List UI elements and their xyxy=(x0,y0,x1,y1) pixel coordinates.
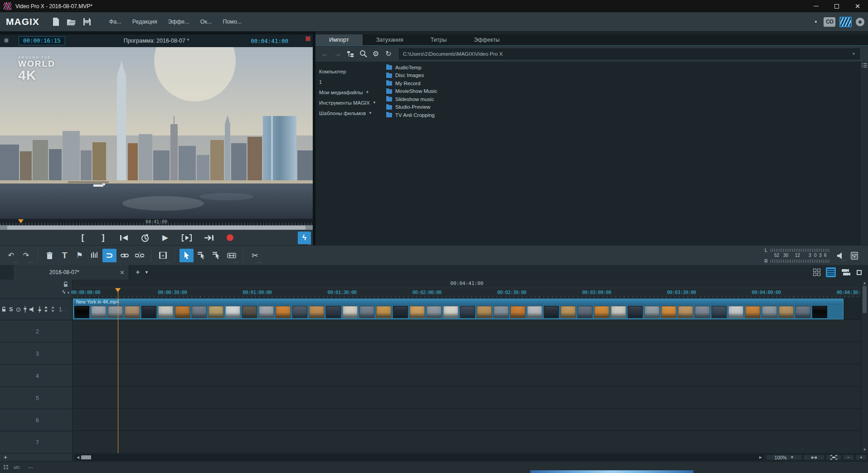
smart-render-button[interactable]: ϟ .. xyxy=(298,232,311,244)
track-lane-3[interactable] xyxy=(73,342,861,364)
timer-button[interactable] xyxy=(141,234,149,242)
solo-button[interactable]: S xyxy=(9,306,13,313)
mixer-button[interactable] xyxy=(851,252,858,260)
mark-out-button[interactable]: ] xyxy=(99,233,107,242)
timeline-horizontal-scrollbar[interactable]: ◀ ▶ xyxy=(75,454,764,460)
folder-row[interactable]: MovieShow Music xyxy=(384,87,860,96)
zoom-out-button[interactable]: − xyxy=(843,454,854,460)
zoom-level-button[interactable]: 100% ▼ xyxy=(766,454,802,460)
marker-button[interactable]: ⚑ xyxy=(73,249,87,262)
list-options-icon[interactable] xyxy=(862,63,867,68)
save-project-button[interactable] xyxy=(80,15,94,28)
mouse-mode-all-button[interactable] xyxy=(179,249,194,262)
track-lane-2[interactable] xyxy=(73,319,861,342)
menu-item-0[interactable]: Фа... xyxy=(105,17,126,27)
fullscreen-button[interactable] xyxy=(857,270,862,275)
record-button[interactable] xyxy=(226,234,234,241)
menu-item-3[interactable]: Ок... xyxy=(196,17,217,27)
tree-view-button[interactable] xyxy=(344,48,356,60)
mouse-mode-track-button[interactable] xyxy=(209,249,223,262)
folder-row[interactable]: Disc Images xyxy=(384,72,860,80)
track-lane-7[interactable] xyxy=(73,430,861,453)
storyboard-button[interactable] xyxy=(841,269,851,276)
curve-mode-icon[interactable] xyxy=(51,306,55,312)
timeline-view-button[interactable] xyxy=(826,267,836,277)
zoom-in-button[interactable]: + xyxy=(855,454,867,460)
scroll-down-icon[interactable]: ▼ xyxy=(861,448,868,452)
close-tab-icon[interactable]: ✕ xyxy=(120,269,125,276)
volume-button[interactable]: ... xyxy=(837,252,844,259)
menu-item-2[interactable]: Эффе... xyxy=(164,17,194,27)
folder-row[interactable]: AudioTemp xyxy=(384,63,860,72)
group-button[interactable] xyxy=(117,249,131,262)
preview-scrollbar[interactable] xyxy=(0,225,313,230)
nav-item-3[interactable]: Инструменты MAGIX▼ xyxy=(315,97,384,108)
range-play-button[interactable] xyxy=(182,234,192,241)
stretch-mode-button[interactable]: ... xyxy=(224,249,238,262)
track-header-2[interactable]: 2 xyxy=(0,320,72,342)
open-project-button[interactable] xyxy=(65,15,78,28)
scroll-right-icon[interactable]: ▶ xyxy=(758,455,763,460)
menu-item-1[interactable]: Редакция xyxy=(128,17,162,27)
folder-row[interactable]: TV Anti Cropping xyxy=(384,111,860,119)
timeline-playhead-line[interactable] xyxy=(118,288,118,453)
search-button[interactable] xyxy=(357,48,369,60)
jump-start-button[interactable] xyxy=(120,235,129,241)
scroll-left-icon[interactable]: ◀ xyxy=(75,455,81,460)
mark-in-button[interactable]: [ xyxy=(79,233,87,242)
play-button[interactable]: ▶ xyxy=(161,233,170,242)
track-lane-6[interactable] xyxy=(73,408,861,430)
insert-mode-button[interactable]: +... xyxy=(156,249,170,262)
refresh-button[interactable]: ↻ xyxy=(383,48,394,60)
jump-end-button[interactable] xyxy=(204,235,214,241)
tab-3[interactable]: Эффекты xyxy=(461,34,514,45)
path-input[interactable]: C:\Users\1\Documents\MAGIX\Video Pro X ▼ xyxy=(399,48,860,59)
track-header-6[interactable]: 6 xyxy=(0,409,72,431)
forward-button[interactable]: → xyxy=(332,48,344,60)
video-viewport[interactable]: AROUND THE WORLD 4K xyxy=(0,47,313,219)
track-lane-4[interactable] xyxy=(73,364,861,386)
nav-item-2[interactable]: Мои медиафайлы▼ xyxy=(315,87,384,97)
track-header-3[interactable]: 3 xyxy=(0,342,72,364)
video-clip[interactable]: New York in 4K.mp4 xyxy=(73,299,844,319)
split-button[interactable]: ✂... xyxy=(248,249,262,262)
mouse-mode-single-button[interactable] xyxy=(194,249,209,262)
tab-2[interactable]: Титры xyxy=(417,34,461,45)
tab-1[interactable]: Затухания xyxy=(363,34,417,45)
track-lock-icon[interactable] xyxy=(1,306,6,312)
timeline-playhead-handle[interactable] xyxy=(115,288,121,292)
ungroup-button[interactable] xyxy=(132,249,146,262)
add-movie-button[interactable]: + xyxy=(136,268,140,277)
timeline-vertical-scrollbar[interactable]: ▲ ▼ xyxy=(861,280,868,453)
options-button[interactable]: ⚙ xyxy=(370,48,382,60)
detach-preview-button[interactable] xyxy=(305,36,310,41)
nav-item-4[interactable]: Шаблоны фильмов▼ xyxy=(315,108,384,118)
scene-overview-button[interactable] xyxy=(813,269,820,276)
menu-item-4[interactable]: Помо... xyxy=(218,17,246,27)
title-button[interactable]: T xyxy=(58,249,72,262)
media-pool-scrollbar[interactable] xyxy=(860,62,868,245)
magix-store-icon[interactable] xyxy=(839,17,852,27)
track-header-5[interactable]: 5 xyxy=(0,386,72,409)
video-fader-icon[interactable] xyxy=(24,306,27,313)
timeline-ruler[interactable]: 00:00:00:0000:00:30:0000:01:00:0000:01:3… xyxy=(73,288,861,298)
maximize-button[interactable] xyxy=(826,0,847,12)
track-height-icon[interactable] xyxy=(44,306,48,312)
folder-row[interactable]: Slideshow music xyxy=(384,95,860,103)
track-header-4[interactable]: 4 xyxy=(0,364,72,386)
movie-tab[interactable]: 2016-08-07* ✕ xyxy=(14,265,129,280)
burn-disc-icon[interactable] xyxy=(856,18,864,26)
track-header-7[interactable]: 7 xyxy=(0,431,72,453)
chevron-down-icon[interactable]: ▼ xyxy=(852,52,856,56)
new-project-button[interactable] xyxy=(49,15,63,28)
hscroll-handle[interactable] xyxy=(81,455,91,459)
add-track-button[interactable]: + xyxy=(0,454,73,462)
co-badge-icon[interactable]: CO xyxy=(824,17,835,27)
folder-row[interactable]: My Record xyxy=(384,79,860,87)
movie-list-chevron-icon[interactable]: ▼ xyxy=(145,270,149,275)
minimize-button[interactable] xyxy=(805,0,826,12)
preview-scrub-ruler[interactable]: 04:41:00 xyxy=(0,219,313,225)
undo-button[interactable]: ↶... xyxy=(4,249,18,262)
zoom-fit-object-button[interactable] xyxy=(826,454,842,460)
auto-preview-button[interactable]: ϟ ▼ xyxy=(62,289,70,295)
